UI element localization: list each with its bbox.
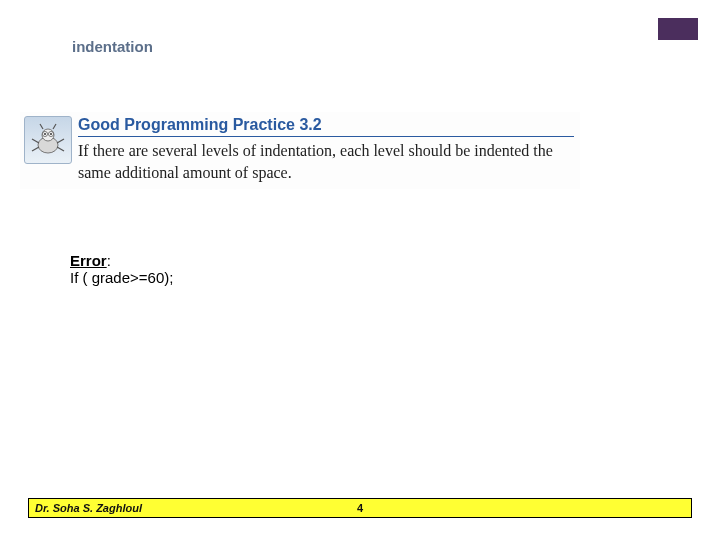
svg-point-4 xyxy=(44,133,46,135)
good-practice-box: Good Programming Practice 3.2 If there a… xyxy=(20,112,580,189)
practice-body: If there are several levels of indentati… xyxy=(78,140,574,183)
footer-bar: Dr. Soha S. Zaghloul 4 xyxy=(28,498,692,518)
error-block: Error: If ( grade>=60); xyxy=(70,252,173,286)
footer-page-number: 4 xyxy=(357,502,363,514)
error-label: Error xyxy=(70,252,107,269)
bug-icon xyxy=(24,116,72,164)
corner-accent xyxy=(658,18,698,40)
practice-text-block: Good Programming Practice 3.2 If there a… xyxy=(78,116,574,183)
svg-line-7 xyxy=(32,147,39,151)
svg-line-9 xyxy=(57,147,64,151)
slide-title: indentation xyxy=(72,38,153,55)
svg-line-11 xyxy=(53,124,56,129)
svg-line-6 xyxy=(32,139,39,143)
svg-line-10 xyxy=(40,124,43,129)
error-code: If ( grade>=60); xyxy=(70,269,173,286)
error-colon: : xyxy=(107,252,111,269)
practice-heading: Good Programming Practice 3.2 xyxy=(78,116,574,137)
svg-line-8 xyxy=(57,139,64,143)
footer-author: Dr. Soha S. Zaghloul xyxy=(35,502,142,514)
svg-point-5 xyxy=(50,133,52,135)
